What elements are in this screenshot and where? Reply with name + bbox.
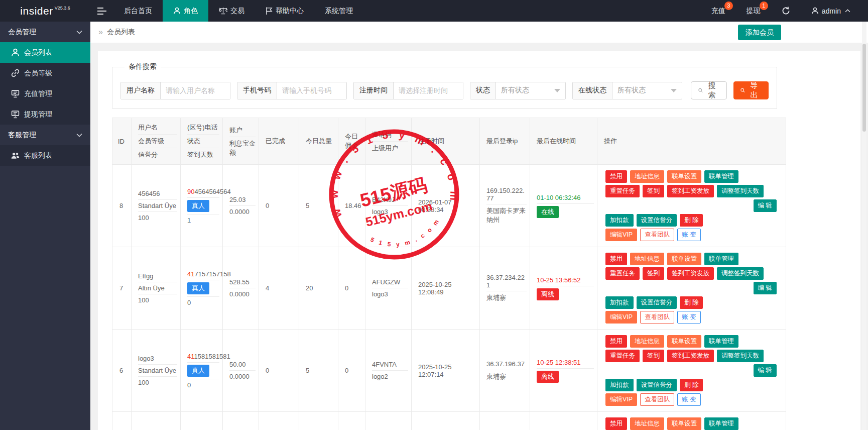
scrollbar-thumb[interactable] <box>862 44 866 132</box>
action-button[interactable]: 重置任务 <box>605 267 640 280</box>
nav-item-roles[interactable]: 角色 <box>163 0 208 22</box>
action-button[interactable]: 删 除 <box>680 379 703 391</box>
action-button[interactable]: 签到工资发放 <box>667 185 714 197</box>
phone-prefix: 41 <box>187 353 194 360</box>
action-button[interactable]: 联单设置 <box>667 253 701 265</box>
action-button[interactable]: 联单设置 <box>667 170 701 183</box>
regtime-input[interactable] <box>394 82 463 99</box>
action-button[interactable]: 加扣款 <box>605 379 634 391</box>
nav-item-dashboard[interactable]: 后台首页 <box>113 0 163 22</box>
nav-item-system[interactable]: 系统管理 <box>314 0 363 22</box>
sidebar-item-recharge-management[interactable]: 充值管理 <box>0 83 90 104</box>
nav-item-trade[interactable]: 交易 <box>208 0 255 22</box>
cell-account: 50.00 0.0000 <box>223 330 259 412</box>
action-button[interactable]: 账 变 <box>677 229 700 241</box>
action-button[interactable]: 签到工资发放 <box>667 267 714 280</box>
action-button[interactable]: 联单管理 <box>704 335 738 348</box>
column-header: ID <box>112 118 132 165</box>
search-button[interactable]: 搜 索 <box>691 81 727 99</box>
action-button[interactable]: 加扣款 <box>605 214 634 227</box>
cell-last-online: 10-25 12:38:51 离线 <box>530 330 597 412</box>
export-button[interactable]: 导 出 <box>733 81 769 99</box>
action-button[interactable]: 设置信誉分 <box>637 296 677 309</box>
cell-last-ip: 36.37.196.37 柬埔寨 <box>480 330 530 412</box>
action-button[interactable]: 联单设置 <box>667 335 701 348</box>
breadcrumb-icon: » <box>98 28 103 37</box>
vertical-scrollbar[interactable] <box>862 22 866 430</box>
action-button[interactable]: 调整签到天数 <box>717 267 764 280</box>
action-button[interactable]: 设置信誉分 <box>637 214 677 227</box>
action-button[interactable]: 查看团队 <box>640 311 674 324</box>
refresh-button[interactable] <box>771 0 801 22</box>
action-button[interactable]: 账 变 <box>677 393 700 406</box>
regtime-label: 注册时间 <box>354 82 394 99</box>
status-field-group: 状态 所有状态 <box>470 82 566 99</box>
balance: 50.00 <box>229 359 256 370</box>
action-button[interactable]: 删 除 <box>680 296 703 309</box>
online-status-select[interactable]: 所有状态 <box>612 82 682 99</box>
action-buttons: 禁用地址信息联单设置联单管理 重置任务签到签到工资发放调整签到天数编 辑 加扣款… <box>604 416 783 430</box>
action-button[interactable]: 查看团队 <box>640 393 674 406</box>
action-button[interactable]: 调整签到天数 <box>717 350 764 362</box>
action-button[interactable]: 禁用 <box>605 253 627 265</box>
action-button[interactable]: 地址信息 <box>630 170 664 183</box>
cell-actions: 禁用地址信息联单设置联单管理 重置任务签到签到工资发放调整签到天数编 辑 加扣款… <box>597 247 786 330</box>
action-button[interactable]: 编辑VIP <box>605 393 637 406</box>
phone-input[interactable] <box>277 82 346 99</box>
action-button[interactable]: 编 辑 <box>754 364 777 377</box>
table-row: 8 456456 Standart Üye 100 904564 <box>112 165 786 247</box>
online-status-label: 在线状态 <box>573 82 612 99</box>
action-button[interactable]: 签到 <box>643 267 664 280</box>
cell-today-total: 8 <box>299 412 338 430</box>
action-button[interactable]: 编 辑 <box>754 282 777 294</box>
sidebar-item-withdraw-management[interactable]: 提现管理 <box>0 104 90 125</box>
action-button[interactable]: 签到工资发放 <box>667 350 714 362</box>
action-button[interactable]: 编辑VIP <box>605 311 637 324</box>
action-button[interactable]: 联单管理 <box>704 417 738 430</box>
sidebar-toggle-icon[interactable] <box>90 0 113 22</box>
action-button[interactable]: 编 辑 <box>754 199 777 212</box>
action-button[interactable]: 禁用 <box>605 335 627 348</box>
action-button[interactable]: 地址信息 <box>630 253 664 265</box>
action-button[interactable]: 重置任务 <box>605 185 640 197</box>
action-button[interactable]: 签到 <box>643 350 664 362</box>
action-button[interactable]: 加扣款 <box>605 296 634 309</box>
recharge-button[interactable]: 充值 3 <box>701 0 736 22</box>
cell-today-commission: 18.46 <box>338 165 365 247</box>
phone-prefix: 41 <box>187 270 194 278</box>
cell-today-commission: 0 <box>338 247 365 330</box>
action-button[interactable]: 账 变 <box>677 311 700 324</box>
add-member-button[interactable]: 添加会员 <box>738 25 781 40</box>
action-button[interactable]: 调整签到天数 <box>717 185 764 197</box>
action-button[interactable]: 联单管理 <box>704 253 738 265</box>
action-button[interactable]: 设置信誉分 <box>637 379 677 391</box>
sidebar-item-member-list[interactable]: 会员列表 <box>0 42 90 63</box>
cell-register-time: 2025-10-25 11:54:14 <box>412 412 480 430</box>
action-button[interactable]: 联单管理 <box>704 170 738 183</box>
invite-code: AFUGZW <box>372 276 408 288</box>
cell-last-online: 01-10 06:32:46 在线 <box>530 165 597 247</box>
username-input[interactable] <box>161 82 230 99</box>
action-button[interactable]: 禁用 <box>605 170 627 183</box>
action-button[interactable]: 重置任务 <box>605 350 640 362</box>
sidebar-group-service-management[interactable]: 客服管理 <box>0 125 90 145</box>
action-button[interactable]: 联单设置 <box>667 417 701 430</box>
user-menu[interactable]: admin <box>801 0 861 22</box>
withdraw-button[interactable]: 提现 1 <box>736 0 771 22</box>
action-button[interactable]: 查看团队 <box>640 229 674 241</box>
status-select[interactable]: 所有状态 <box>496 82 565 99</box>
action-button[interactable]: 编辑VIP <box>605 229 637 241</box>
search-icon <box>698 86 703 94</box>
sidebar-group-member-management[interactable]: 会员管理 <box>0 22 90 42</box>
sidebar-item-member-level[interactable]: 会员等级 <box>0 63 90 83</box>
interest-amount: 0.0000 <box>229 288 256 300</box>
action-button[interactable]: 签到 <box>643 185 664 197</box>
nav-item-help[interactable]: 帮助中心 <box>255 0 314 22</box>
sidebar-item-service-list[interactable]: 客服列表 <box>0 145 90 166</box>
action-button[interactable]: 地址信息 <box>630 417 664 430</box>
breadcrumb: 会员列表 <box>107 28 135 37</box>
action-button[interactable]: 删 除 <box>680 214 703 227</box>
username: 456456 <box>138 188 177 199</box>
action-button[interactable]: 禁用 <box>605 417 627 430</box>
action-button[interactable]: 地址信息 <box>630 335 664 348</box>
